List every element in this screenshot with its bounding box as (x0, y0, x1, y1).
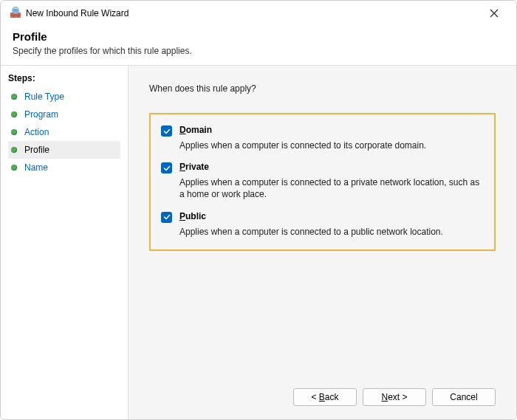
step-dot-icon (11, 129, 17, 135)
private-description: Applies when a computer is connected to … (179, 176, 484, 200)
step-dot-icon (11, 147, 17, 153)
option-public-row: Public (161, 211, 484, 223)
private-label: Private (179, 162, 209, 172)
svg-rect-3 (10, 16, 13, 18)
step-profile[interactable]: Profile (8, 141, 120, 159)
step-action[interactable]: Action (8, 123, 120, 141)
back-button[interactable]: < Back (293, 388, 357, 406)
public-description: Applies when a computer is connected to … (179, 226, 484, 238)
titlebar: New Inbound Rule Wizard (1, 1, 516, 26)
option-domain-row: Domain (161, 125, 484, 137)
steps-title: Steps: (8, 73, 120, 83)
step-label: Name (24, 162, 48, 173)
domain-checkbox[interactable] (161, 125, 172, 137)
svg-rect-5 (18, 16, 21, 18)
close-icon (490, 9, 499, 18)
step-label: Program (24, 109, 58, 120)
step-label: Action (24, 127, 49, 137)
page-title: Profile (13, 30, 504, 43)
step-name[interactable]: Name (8, 159, 120, 176)
step-dot-icon (11, 94, 17, 100)
steps-sidebar: Steps: Rule Type Program Action Profile … (1, 66, 128, 419)
check-icon (163, 165, 171, 172)
option-private-row: Private (161, 162, 484, 173)
window-title: New Inbound Rule Wizard (26, 8, 485, 18)
step-label: Rule Type (24, 92, 64, 102)
domain-description: Applies when a computer is connected to … (179, 140, 484, 151)
options-highlight-box: Domain Applies when a computer is connec… (149, 113, 496, 251)
wizard-footer: < Back Next > Cancel (149, 378, 496, 406)
step-dot-icon (11, 165, 17, 171)
page-subtitle: Specify the profiles for which this rule… (13, 46, 504, 56)
wizard-content: When does this rule apply? Domain Applie… (128, 66, 516, 419)
wizard-header: Profile Specify the profiles for which t… (1, 26, 516, 65)
step-program[interactable]: Program (8, 106, 120, 123)
content-question: When does this rule apply? (149, 83, 496, 94)
close-button[interactable] (485, 4, 507, 22)
check-icon (163, 128, 171, 135)
firewall-icon (10, 7, 26, 21)
public-checkbox[interactable] (161, 212, 172, 223)
private-checkbox[interactable] (161, 162, 172, 173)
svg-rect-4 (14, 16, 18, 18)
check-icon (163, 213, 171, 221)
cancel-button[interactable]: Cancel (432, 388, 496, 406)
step-rule-type[interactable]: Rule Type (8, 88, 120, 106)
step-dot-icon (11, 111, 17, 117)
next-button[interactable]: Next > (363, 388, 426, 406)
domain-label: Domain (179, 125, 212, 135)
public-label: Public (179, 211, 206, 221)
step-label: Profile (24, 145, 49, 155)
